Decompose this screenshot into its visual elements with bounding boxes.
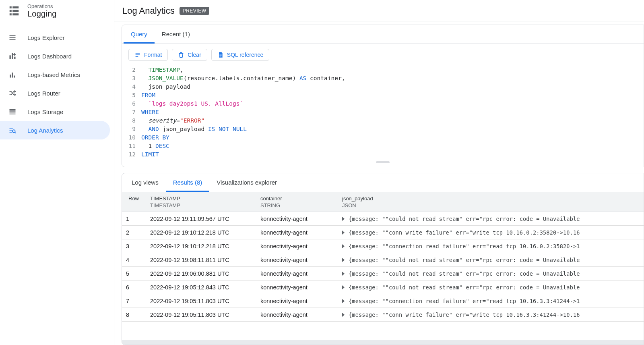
svg-rect-6 bbox=[10, 55, 11, 59]
cell-row: 7 bbox=[122, 298, 146, 304]
sidebar-item-logs-based-metrics[interactable]: Logs-based Metrics bbox=[0, 65, 110, 84]
sidebar-header: Operations Logging bbox=[0, 0, 114, 26]
svg-rect-12 bbox=[10, 109, 16, 110]
table-row[interactable]: 62022-09-12 19:05:12.843 UTCkonnectivity… bbox=[122, 281, 644, 294]
table-row[interactable]: 22022-09-12 19:10:12.218 UTCkonnectivity… bbox=[122, 226, 644, 239]
line-number: 8 bbox=[122, 116, 141, 125]
bars-icon bbox=[8, 70, 17, 79]
logging-product-icon bbox=[8, 5, 20, 17]
cell-container: konnectivity-agent bbox=[256, 298, 338, 304]
expand-icon[interactable] bbox=[342, 272, 345, 276]
editor-line[interactable]: 11 1 DESC bbox=[122, 142, 644, 150]
resize-handle[interactable] bbox=[376, 161, 390, 163]
editor-line[interactable]: 10ORDER BY bbox=[122, 133, 644, 142]
product-overline: Operations bbox=[27, 3, 57, 9]
expand-icon[interactable] bbox=[342, 217, 345, 221]
sidebar-item-label: Logs Dashboard bbox=[27, 53, 72, 60]
col-container-type: STRING bbox=[260, 202, 334, 208]
svg-rect-8 bbox=[14, 57, 15, 59]
table-row[interactable]: 72022-09-12 19:05:11.803 UTCkonnectivity… bbox=[122, 294, 644, 308]
cell-timestamp: 2022-09-12 19:10:12.218 UTC bbox=[146, 243, 256, 249]
cell-payload-text: {message: ""connection read failure" err… bbox=[349, 298, 580, 304]
sql-editor[interactable]: 2 TIMESTAMP,3 JSON_VALUE(resource.labels… bbox=[122, 66, 644, 161]
tab-query[interactable]: Query bbox=[124, 25, 155, 44]
cell-payload-text: {message: ""could not read stream" err="… bbox=[349, 270, 580, 277]
format-button[interactable]: Format bbox=[128, 49, 168, 61]
line-number: 12 bbox=[122, 150, 141, 159]
editor-line[interactable]: 7WHERE bbox=[122, 108, 644, 116]
col-payload-name: json_payload bbox=[342, 195, 640, 202]
expand-icon[interactable] bbox=[342, 244, 345, 248]
clear-button[interactable]: Clear bbox=[172, 49, 207, 61]
sidebar-item-logs-dashboard[interactable]: Logs Dashboard bbox=[0, 47, 110, 65]
expand-icon[interactable] bbox=[342, 299, 345, 303]
line-code: JSON_VALUE(resource.labels.container_nam… bbox=[141, 74, 345, 83]
col-container-name: container bbox=[260, 195, 334, 202]
expand-icon[interactable] bbox=[342, 231, 345, 235]
cell-timestamp: 2022-09-12 19:11:09.567 UTC bbox=[146, 216, 256, 222]
cell-payload: {message: ""connection read failure" err… bbox=[338, 243, 644, 249]
svg-rect-13 bbox=[10, 111, 16, 112]
sql-reference-button[interactable]: SQL reference bbox=[211, 49, 270, 61]
line-number: 3 bbox=[122, 74, 141, 83]
cell-row: 1 bbox=[122, 216, 146, 222]
svg-rect-9 bbox=[10, 75, 11, 78]
cell-timestamp: 2022-09-12 19:08:11.811 UTC bbox=[146, 257, 256, 263]
cell-timestamp: 2022-09-12 19:05:11.803 UTC bbox=[146, 298, 256, 304]
expand-icon[interactable] bbox=[342, 258, 345, 262]
horizontal-scrollbar[interactable] bbox=[122, 340, 644, 345]
editor-line[interactable]: 9 AND json_payload IS NOT NULL bbox=[122, 125, 644, 133]
table-row[interactable]: 52022-09-12 19:06:00.881 UTCkonnectivity… bbox=[122, 267, 644, 281]
editor-line[interactable]: 5FROM bbox=[122, 91, 644, 100]
resize-area bbox=[122, 161, 644, 167]
editor-line[interactable]: 4 json_payload bbox=[122, 83, 644, 91]
button-label: Clear bbox=[188, 52, 201, 58]
expand-icon[interactable] bbox=[342, 313, 345, 317]
cell-timestamp: 2022-09-12 19:05:11.803 UTC bbox=[146, 312, 256, 318]
editor-line[interactable]: 8 severity="ERROR" bbox=[122, 116, 644, 125]
cell-timestamp: 2022-09-12 19:05:12.843 UTC bbox=[146, 284, 256, 291]
cell-container: konnectivity-agent bbox=[256, 216, 338, 222]
sidebar-item-log-analytics[interactable]: Log Analytics bbox=[0, 121, 110, 139]
editor-line[interactable]: 12LIMIT bbox=[122, 150, 644, 159]
line-code: json_payload bbox=[141, 83, 190, 91]
table-row[interactable]: 42022-09-12 19:08:11.811 UTCkonnectivity… bbox=[122, 253, 644, 267]
expand-icon[interactable] bbox=[342, 285, 345, 289]
line-code: LIMIT bbox=[141, 150, 159, 159]
editor-line[interactable]: 2 TIMESTAMP, bbox=[122, 66, 644, 74]
line-code: WHERE bbox=[141, 108, 159, 116]
cell-container: konnectivity-agent bbox=[256, 229, 338, 236]
svg-rect-0 bbox=[10, 6, 12, 8]
svg-point-15 bbox=[12, 130, 15, 133]
sidebar-item-logs-storage[interactable]: Logs Storage bbox=[0, 102, 110, 121]
tab-results[interactable]: Results (8) bbox=[166, 173, 210, 192]
cell-container: konnectivity-agent bbox=[256, 257, 338, 263]
results-body[interactable]: 12022-09-12 19:11:09.567 UTCkonnectivity… bbox=[122, 212, 644, 340]
sidebar-item-label: Logs Explorer bbox=[27, 34, 65, 41]
add-chart-icon bbox=[8, 52, 17, 60]
tab-log-views[interactable]: Log views bbox=[124, 173, 166, 192]
button-label: Format bbox=[144, 52, 162, 58]
sidebar-item-logs-router[interactable]: Logs Router bbox=[0, 84, 110, 102]
document-icon bbox=[217, 52, 224, 58]
cell-payload: {message: ""conn write failure" err="wri… bbox=[338, 312, 644, 318]
query-toolbar: Format Clear SQL reference bbox=[122, 44, 644, 66]
tab-recent[interactable]: Recent (1) bbox=[155, 25, 197, 44]
cell-payload-text: {message: ""conn write failure" err="wri… bbox=[349, 312, 580, 318]
storage-icon bbox=[8, 107, 17, 116]
cell-payload: {message: ""could not read stream" err="… bbox=[338, 270, 644, 277]
editor-line[interactable]: 3 JSON_VALUE(resource.labels.container_n… bbox=[122, 74, 644, 83]
shuffle-icon bbox=[8, 89, 17, 98]
tab-visualizations-explorer[interactable]: Visualizations explorer bbox=[209, 173, 284, 192]
sidebar-item-logs-explorer[interactable]: Logs Explorer bbox=[0, 28, 110, 47]
cell-payload-text: {message: ""conn write failure" err="wri… bbox=[349, 229, 580, 236]
page-title: Log Analytics bbox=[122, 6, 175, 16]
table-row[interactable]: 12022-09-12 19:11:09.567 UTCkonnectivity… bbox=[122, 212, 644, 226]
line-number: 9 bbox=[122, 125, 141, 133]
line-code: 1 DESC bbox=[141, 142, 169, 150]
cell-payload-text: {message: ""could not read stream" err="… bbox=[349, 284, 580, 291]
editor-line[interactable]: 6 `logs_day2ops1_US._AllLogs` bbox=[122, 100, 644, 108]
table-row[interactable]: 32022-09-12 19:10:12.218 UTCkonnectivity… bbox=[122, 239, 644, 253]
product-title: Logging bbox=[27, 9, 57, 19]
table-row[interactable]: 82022-09-12 19:05:11.803 UTCkonnectivity… bbox=[122, 308, 644, 322]
